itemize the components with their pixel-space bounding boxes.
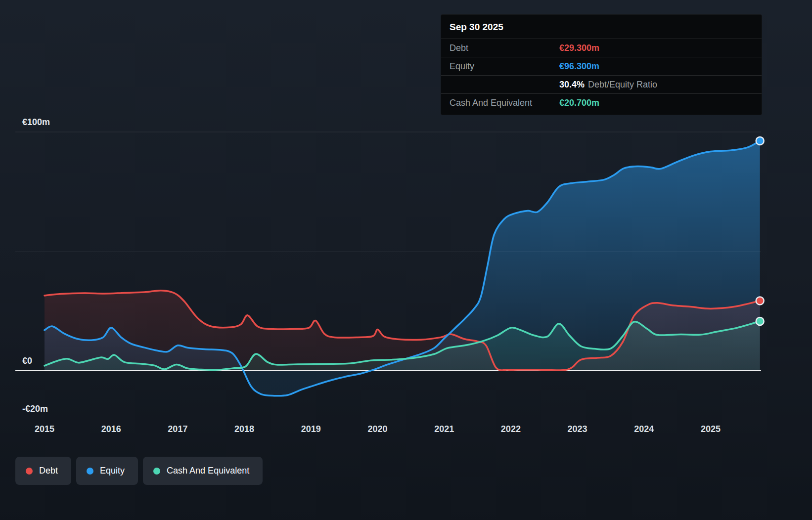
debt-dot-icon: [26, 468, 33, 475]
tooltip-debt-label: Debt: [450, 43, 559, 53]
tooltip-ratio-suffix: Debt/Equity Ratio: [588, 79, 657, 90]
x-axis-label: 2025: [688, 424, 733, 434]
y-axis-label: €0: [22, 356, 32, 366]
tooltip-ratio-value: 30.4%: [559, 79, 585, 90]
tooltip-cash-value: €20.700m: [559, 97, 599, 108]
tooltip: Sep 30 2025 Debt €29.300m Equity €96.300…: [441, 14, 762, 115]
x-axis-label: 2017: [155, 424, 200, 434]
equity-dot-icon: [87, 468, 93, 475]
tooltip-row-debt: Debt €29.300m: [441, 39, 762, 57]
tooltip-date: Sep 30 2025: [441, 15, 762, 39]
tooltip-row-equity: Equity €96.300m: [441, 57, 762, 75]
tooltip-equity-value: €96.300m: [559, 61, 599, 72]
x-axis-label: 2019: [289, 424, 333, 434]
x-axis-label: 2022: [489, 424, 533, 434]
tooltip-cash-label: Cash And Equivalent: [450, 97, 559, 108]
legend-equity-label: Equity: [100, 466, 125, 476]
debt-endpoint-marker: [756, 297, 764, 305]
legend-cash-label: Cash And Equivalent: [167, 466, 249, 476]
cash-endpoint-marker: [756, 317, 764, 325]
y-axis-label: -€20m: [22, 404, 48, 414]
legend-item-debt[interactable]: Debt: [15, 457, 71, 485]
debt-equity-chart-panel: €100m€0-€20m 201520162017201820192020202…: [0, 0, 812, 520]
x-axis-label: 2024: [622, 424, 666, 434]
y-axis-label: €100m: [22, 117, 50, 128]
x-axis-label: 2023: [555, 424, 600, 434]
x-axis-label: 2018: [222, 424, 267, 434]
legend-item-cash[interactable]: Cash And Equivalent: [143, 457, 263, 485]
legend-item-equity[interactable]: Equity: [76, 457, 138, 485]
x-axis-label: 2021: [422, 424, 466, 434]
legend-debt-label: Debt: [39, 466, 58, 476]
tooltip-row-ratio: 30.4% Debt/Equity Ratio: [441, 75, 762, 93]
tooltip-row-cash: Cash And Equivalent €20.700m: [441, 93, 762, 112]
x-axis-label: 2020: [356, 424, 400, 434]
equity-endpoint-marker: [756, 137, 764, 145]
tooltip-debt-value: €29.300m: [559, 43, 599, 53]
tooltip-equity-label: Equity: [450, 61, 559, 72]
x-axis-label: 2016: [89, 424, 134, 434]
cash-dot-icon: [153, 468, 160, 475]
x-axis-label: 2015: [22, 424, 67, 434]
legend: Debt Equity Cash And Equivalent: [15, 457, 263, 485]
